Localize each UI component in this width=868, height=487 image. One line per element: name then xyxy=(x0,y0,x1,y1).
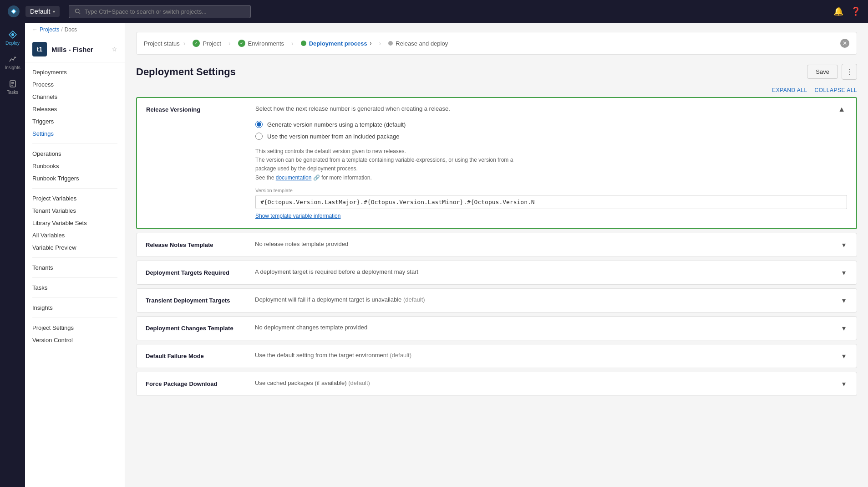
wizard-tab-environments[interactable]: ✓ Environments xyxy=(234,38,288,49)
app-logo xyxy=(7,5,20,18)
sidebar-project-header: t1 Mills - Fisher ☆ xyxy=(25,36,125,62)
notification-icon[interactable]: 🔔 xyxy=(833,6,843,16)
search-input[interactable] xyxy=(85,8,245,15)
wizard-tab-status-label: Project status xyxy=(144,40,180,47)
sidebar-item-process[interactable]: Process xyxy=(25,78,125,91)
nav-tasks[interactable]: Tasks xyxy=(2,76,24,98)
help-icon[interactable]: ❓ xyxy=(851,6,861,16)
transient-targets-row: Transient Deployment Targets Deployment … xyxy=(137,289,857,312)
wizard-tabs: Project status › ✓ Project › ✓ Environme… xyxy=(136,32,857,55)
star-icon[interactable]: ☆ xyxy=(112,46,117,53)
search-icon xyxy=(75,8,81,15)
release-versioning-header: Release Versioning Select how the next r… xyxy=(137,98,856,121)
force-package-value: Use cached packages (if available) (defa… xyxy=(255,379,840,386)
page-actions: Save ⋮ xyxy=(807,64,857,80)
expand-collapse-controls: EXPAND ALL COLLAPSE ALL xyxy=(136,87,857,93)
versioning-radio-group: Generate version numbers using a templat… xyxy=(255,121,847,140)
sidebar-item-version-control[interactable]: Version Control xyxy=(25,334,125,346)
wizard-tab-sep-2: › xyxy=(228,40,231,47)
nav-deploy[interactable]: Deploy xyxy=(2,26,24,49)
show-template-link[interactable]: Show template variable information xyxy=(255,213,340,219)
wizard-tab-environments-label: Environments xyxy=(248,40,284,47)
wizard-close-button[interactable]: ✕ xyxy=(840,39,849,48)
sidebar-item-operations[interactable]: Operations xyxy=(25,148,125,160)
sidebar-item-releases[interactable]: Releases xyxy=(25,103,125,115)
nav-insights[interactable]: Insights xyxy=(2,51,24,74)
sidebar-divider-6 xyxy=(32,318,117,318)
breadcrumb-current: Docs xyxy=(65,26,77,33)
sidebar: ← Projects / Docs t1 Mills - Fisher ☆ De… xyxy=(25,23,125,487)
transient-targets-value: Deployment will fail if a deployment tar… xyxy=(255,296,840,303)
sidebar-item-all-variables[interactable]: All Variables xyxy=(25,229,125,241)
release-notes-chevron[interactable]: ▾ xyxy=(840,241,848,249)
deployment-targets-value: A deployment target is required before a… xyxy=(255,268,840,275)
sidebar-item-tenant-variables[interactable]: Tenant Variables xyxy=(25,205,125,217)
collapse-all-link[interactable]: COLLAPSE ALL xyxy=(815,87,857,93)
sidebar-item-deployments[interactable]: Deployments xyxy=(25,66,125,78)
default-failure-value: Use the default setting from the target … xyxy=(255,352,840,359)
documentation-link[interactable]: documentation xyxy=(276,174,312,181)
default-failure-chevron[interactable]: ▾ xyxy=(840,352,848,360)
radio-input-template[interactable] xyxy=(255,121,263,128)
release-versioning-expanded: Generate version numbers using a templat… xyxy=(137,121,856,228)
page-title: Deployment Settings xyxy=(136,66,236,78)
sidebar-item-variable-preview[interactable]: Variable Preview xyxy=(25,241,125,254)
expand-all-link[interactable]: EXPAND ALL xyxy=(772,87,807,93)
chevron-down-icon: ▾ xyxy=(53,9,55,14)
sidebar-item-tenants[interactable]: Tenants xyxy=(25,261,125,274)
sidebar-item-project-variables[interactable]: Project Variables xyxy=(25,192,125,205)
check-circle-environments: ✓ xyxy=(238,40,245,47)
project-selector[interactable]: Default ▾ xyxy=(25,6,60,17)
page-header: Deployment Settings Save ⋮ xyxy=(136,64,857,80)
transient-targets-chevron[interactable]: ▾ xyxy=(840,296,848,305)
wizard-tab-project[interactable]: ✓ Project xyxy=(189,38,224,49)
wizard-tab-deployment-process[interactable]: Deployment process › xyxy=(297,38,376,49)
wizard-tab-release-deploy[interactable]: Release and deploy xyxy=(385,38,452,49)
radio-option-package[interactable]: Use the version number from an included … xyxy=(255,133,847,140)
active-dot-deployment xyxy=(301,41,306,46)
sidebar-item-channels[interactable]: Channels xyxy=(25,91,125,103)
default-failure-section: Default Failure Mode Use the default set… xyxy=(136,344,857,368)
sidebar-item-tasks[interactable]: Tasks xyxy=(25,282,125,294)
sidebar-item-library-variable-sets[interactable]: Library Variable Sets xyxy=(25,217,125,229)
sidebar-item-runbooks[interactable]: Runbooks xyxy=(25,160,125,172)
breadcrumb: ← Projects / Docs xyxy=(25,23,125,36)
sidebar-item-settings[interactable]: Settings xyxy=(25,128,125,140)
svg-point-4 xyxy=(11,33,14,36)
nav-insights-label: Insights xyxy=(5,65,20,70)
force-package-default: (default) xyxy=(348,379,370,386)
save-button[interactable]: Save xyxy=(807,65,838,79)
wizard-tab-deployment-arrow: › xyxy=(370,40,372,46)
radio-label-package: Use the version number from an included … xyxy=(267,133,400,140)
info-line5: for more information. xyxy=(321,174,372,181)
version-template-input[interactable] xyxy=(255,195,847,209)
more-options-button[interactable]: ⋮ xyxy=(842,64,857,80)
deployment-changes-section: Deployment Changes Template No deploymen… xyxy=(136,316,857,340)
sidebar-navigation: Deployments Process Channels Releases Tr… xyxy=(25,62,125,350)
radio-input-package[interactable] xyxy=(255,133,263,140)
radio-option-template[interactable]: Generate version numbers using a templat… xyxy=(255,121,847,128)
topbar: Default ▾ 🔔 ❓ xyxy=(0,0,868,23)
transient-targets-section: Transient Deployment Targets Deployment … xyxy=(136,288,857,313)
wizard-tab-release-label: Release and deploy xyxy=(396,40,448,47)
force-package-row: Force Package Download Use cached packag… xyxy=(137,372,857,395)
sidebar-item-triggers[interactable]: Triggers xyxy=(25,115,125,128)
info-line2: The version can be generated from a temp… xyxy=(255,157,513,163)
sidebar-item-insights[interactable]: Insights xyxy=(25,302,125,314)
search-bar-container xyxy=(69,5,251,18)
release-versioning-chevron-up[interactable]: ▲ xyxy=(836,105,847,113)
sidebar-divider-4 xyxy=(32,277,117,278)
deployment-targets-label: Deployment Targets Required xyxy=(146,268,255,276)
breadcrumb-projects-link[interactable]: Projects xyxy=(40,26,59,33)
nav-deploy-label: Deploy xyxy=(5,41,20,46)
sidebar-item-project-settings[interactable]: Project Settings xyxy=(25,322,125,334)
default-failure-label: Default Failure Mode xyxy=(146,352,255,359)
sidebar-item-runbook-triggers[interactable]: Runbook Triggers xyxy=(25,172,125,185)
deployment-targets-chevron[interactable]: ▾ xyxy=(840,268,848,277)
default-failure-default: (default) xyxy=(390,352,411,359)
deployment-changes-chevron[interactable]: ▾ xyxy=(840,324,848,333)
force-package-chevron[interactable]: ▾ xyxy=(840,379,848,388)
info-line3: package used by the deployment process. xyxy=(255,165,358,172)
project-name: Mills - Fisher xyxy=(51,46,93,53)
topbar-icons: 🔔 ❓ xyxy=(833,6,861,16)
